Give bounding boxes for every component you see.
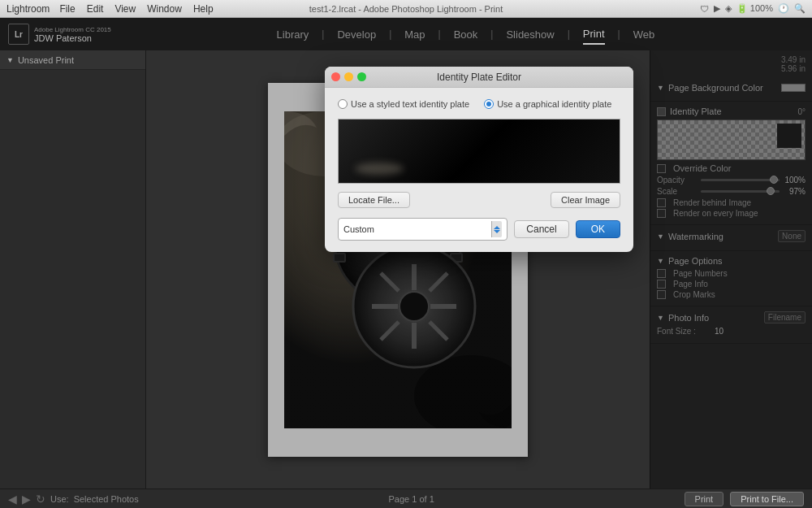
- security-icon: 🛡: [700, 4, 709, 14]
- panel-header: ▼ Unsaved Print: [0, 50, 145, 70]
- battery-icon: 🔋 100%: [736, 3, 773, 14]
- radio-text-option[interactable]: Use a styled text identity plate: [338, 99, 469, 109]
- modal-title: Identity Plate Editor: [437, 72, 521, 83]
- radio-text-label: Use a styled text identity plate: [351, 99, 469, 109]
- radio-graphic-label: Use a graphical identity plate: [497, 99, 611, 109]
- nav-library[interactable]: Library: [277, 25, 309, 44]
- clear-image-button[interactable]: Clear Image: [551, 192, 620, 208]
- nav-print[interactable]: Print: [583, 24, 605, 45]
- modal-overlay: Identity Plate Editor Use a styled text …: [146, 50, 812, 488]
- triangle-icon: ▼: [6, 56, 14, 64]
- bottom-right: Print Print to File...: [685, 492, 804, 506]
- workspace: 3.49 in 5.96 in ▼ Page Background Color …: [146, 50, 812, 488]
- window-title: test1-2.lrcat - Adobe Photoshop Lightroo…: [309, 4, 503, 14]
- nav-map[interactable]: Map: [404, 25, 425, 44]
- menu-file[interactable]: File: [59, 3, 75, 15]
- lr-brand-top: Adobe Lightroom CC 2015: [34, 26, 111, 33]
- menu-help[interactable]: Help: [193, 3, 214, 15]
- bottom-center: Page 1 of 1: [389, 494, 434, 504]
- preset-dropdown[interactable]: Custom: [338, 218, 508, 241]
- nav-slideshow[interactable]: Slideshow: [506, 25, 554, 44]
- system-icons: 🛡 ▶ ◈ 🔋 100% 🕐 🔍: [700, 3, 806, 14]
- menu-window[interactable]: Window: [147, 3, 182, 15]
- identity-plate-editor-modal: Identity Plate Editor Use a styled text …: [325, 67, 633, 252]
- nav-develop[interactable]: Develop: [337, 25, 376, 44]
- identity-plate-image-preview: [338, 119, 620, 184]
- left-panel: ▼ Unsaved Print: [0, 50, 146, 488]
- use-value[interactable]: Selected Photos: [74, 494, 139, 504]
- bottom-bar: ◀ ▶ ↻ Use: Selected Photos Page 1 of 1 P…: [0, 488, 812, 508]
- radio-row: Use a styled text identity plate Use a g…: [338, 99, 620, 109]
- modal-traffic-lights: [331, 72, 366, 81]
- modal-body: Use a styled text identity plate Use a g…: [325, 88, 633, 252]
- bottom-left: ◀ ▶ ↻ Use: Selected Photos: [8, 493, 139, 506]
- airplay-icon: ▶: [714, 3, 720, 14]
- menu-edit[interactable]: Edit: [87, 3, 104, 15]
- print-to-file-button[interactable]: Print to File...: [730, 492, 804, 506]
- main-content: ▼ Unsaved Print: [0, 50, 812, 488]
- ok-button[interactable]: OK: [576, 220, 620, 238]
- modal-min-button[interactable]: [344, 72, 353, 81]
- modal-footer: Custom Cancel OK: [338, 218, 620, 241]
- lr-brand-name: JDW Paterson: [34, 33, 111, 43]
- clock-icon: 🕐: [778, 3, 789, 14]
- dropdown-arrow-button[interactable]: [491, 221, 502, 237]
- lr-header: Lr Adobe Lightroom CC 2015 JDW Paterson …: [0, 18, 812, 50]
- locate-file-button[interactable]: Locate File...: [338, 192, 410, 208]
- cancel-button[interactable]: Cancel: [514, 220, 568, 238]
- arrow-down-icon: [494, 230, 500, 233]
- identity-plate-light: [355, 163, 404, 175]
- lr-brand: Lr Adobe Lightroom CC 2015 JDW Paterson: [8, 24, 111, 45]
- radio-text-circle[interactable]: [338, 99, 348, 109]
- use-label: Use:: [50, 494, 69, 504]
- prev-arrow[interactable]: ◀: [8, 493, 17, 506]
- modal-buttons-row: Locate File... Clear Image: [338, 192, 620, 208]
- title-bar: Lightroom File Edit View Window Help tes…: [0, 0, 812, 18]
- app-name: Lightroom: [6, 3, 50, 15]
- wifi-icon: ◈: [725, 3, 732, 14]
- menu-view[interactable]: View: [114, 3, 136, 15]
- modal-titlebar: Identity Plate Editor: [325, 67, 633, 88]
- search-icon[interactable]: 🔍: [794, 3, 806, 14]
- nav-web[interactable]: Web: [633, 25, 655, 44]
- refresh-arrow[interactable]: ↻: [36, 493, 45, 506]
- next-arrow[interactable]: ▶: [22, 493, 31, 506]
- radio-graphic-option[interactable]: Use a graphical identity plate: [484, 99, 611, 109]
- preset-dropdown-value: Custom: [343, 224, 491, 234]
- radio-graphic-circle[interactable]: [484, 99, 494, 109]
- lr-logo-icon: Lr: [8, 24, 29, 45]
- page-info: Page 1 of 1: [389, 494, 434, 504]
- panel-title: Unsaved Print: [18, 55, 74, 65]
- print-button[interactable]: Print: [685, 492, 724, 506]
- lr-nav: Library | Develop | Map | Book | Slidesh…: [127, 24, 804, 45]
- arrow-up-icon: [494, 226, 500, 229]
- modal-close-button[interactable]: [331, 72, 340, 81]
- nav-book[interactable]: Book: [454, 25, 478, 44]
- modal-max-button[interactable]: [357, 72, 366, 81]
